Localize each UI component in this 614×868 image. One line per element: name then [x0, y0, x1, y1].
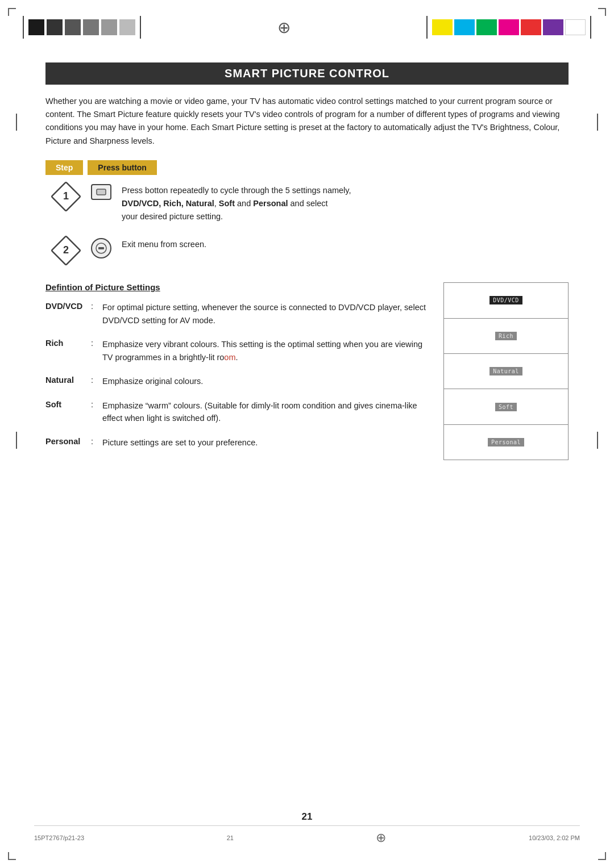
- left-side-line-2: [140, 16, 141, 39]
- steps-section: Step Press button 1 Press botton repeate…: [45, 160, 569, 266]
- def-desc-personal: Picture settings are set to your prefere…: [102, 436, 432, 449]
- def-desc-dvd: For optimal picture setting, whenever th…: [102, 301, 432, 327]
- def-item-personal: Personal : Picture settings are set to y…: [45, 436, 432, 449]
- corner-mark-tl: [8, 8, 16, 16]
- color-bar-white: [565, 19, 586, 35]
- page-title-text: Smart Picture Control: [225, 67, 389, 80]
- menu-item-dvd: DVD/VCD: [444, 283, 568, 318]
- color-bar-green: [476, 19, 497, 35]
- color-bar-red: [521, 19, 541, 35]
- menu-tag-personal: Personal: [488, 438, 524, 446]
- footer-crosshair: ⊕: [376, 831, 386, 845]
- def-colon-rich: :: [91, 338, 102, 348]
- def-term-rich: Rich: [45, 338, 91, 348]
- menu-item-natural: Natural: [444, 354, 568, 389]
- main-content: Smart Picture Control Whether you are wa…: [45, 62, 569, 460]
- def-item-natural: Natural : Emphasize original colours.: [45, 375, 432, 387]
- black-bar-4: [83, 19, 99, 35]
- color-bar-purple: [543, 19, 563, 35]
- def-term-natural: Natural: [45, 375, 91, 385]
- menu-item-rich: Rich: [444, 319, 568, 354]
- footer-right: 10/23/03, 2:02 PM: [529, 834, 580, 841]
- corner-mark-tr: [598, 8, 606, 16]
- step-header-label: Step: [45, 160, 83, 175]
- footer-left: 15PT2767/p21-23: [34, 834, 84, 841]
- color-bars-right: [432, 19, 586, 35]
- step-1-diamond: 1: [51, 182, 81, 211]
- step-1-text: Press botton repeatedly to cycle through…: [122, 182, 351, 224]
- def-term-soft: Soft: [45, 399, 91, 409]
- definitions-left: Defintion of Picture Settings DVD/VCD : …: [45, 282, 443, 460]
- top-bar: ⊕: [0, 16, 614, 39]
- def-desc-soft: Emphasize “warm” colours. (Suitable for …: [102, 399, 432, 425]
- corner-mark-bl: [8, 852, 16, 860]
- left-reg-mark-1: [16, 114, 17, 131]
- step-2-button-icon: [91, 238, 111, 258]
- left-reg-mark-2: [16, 432, 17, 449]
- footer-center: 21: [227, 834, 234, 841]
- color-bar-cyan: [454, 19, 475, 35]
- black-bar-5: [101, 19, 117, 35]
- right-reg-mark-2: [597, 432, 598, 449]
- right-side-line: [426, 16, 428, 39]
- step-1-button-icon: [91, 184, 111, 200]
- def-desc-natural: Emphasize original colours.: [102, 375, 432, 387]
- color-bar-yellow: [432, 19, 453, 35]
- svg-rect-2: [97, 189, 106, 195]
- press-button-header-label: Press button: [88, 160, 157, 175]
- page-number: 21: [302, 811, 313, 823]
- menu-tag-soft: Soft: [495, 403, 517, 411]
- svg-text:2: 2: [63, 244, 69, 256]
- corner-mark-br: [598, 852, 606, 860]
- left-side-line: [23, 16, 24, 39]
- menu-tag-dvd: DVD/VCD: [489, 296, 522, 304]
- definitions-section: Defintion of Picture Settings DVD/VCD : …: [45, 282, 569, 460]
- def-term-personal: Personal: [45, 436, 91, 446]
- menu-tag-rich: Rich: [495, 332, 517, 340]
- top-right-section: [426, 16, 591, 39]
- intro-paragraph: Whether you are watching a movie or vide…: [45, 95, 569, 148]
- black-bar-1: [28, 19, 44, 35]
- center-crosshair: ⊕: [272, 18, 295, 37]
- def-colon-personal: :: [91, 436, 102, 446]
- footer: 15PT2767/p21-23 21 ⊕ 10/23/03, 2:02 PM: [34, 825, 580, 845]
- step-1-icon: [91, 184, 111, 200]
- right-side-line-2: [590, 16, 591, 39]
- menu-panel: DVD/VCD Rich Natural Soft Personal: [443, 282, 569, 460]
- menu-tag-natural: Natural: [489, 367, 522, 375]
- step-2-row: 2 Exit menu from screen.: [45, 236, 569, 265]
- svg-text:1: 1: [63, 190, 69, 202]
- menu-item-personal: Personal: [444, 425, 568, 460]
- def-item-dvd: DVD/VCD : For optimal picture setting, w…: [45, 301, 432, 327]
- definitions-title: Defintion of Picture Settings: [45, 282, 432, 292]
- step-2-text: Exit menu from screen.: [122, 236, 206, 251]
- top-left-section: [23, 16, 141, 39]
- page-title: Smart Picture Control: [45, 62, 569, 85]
- step-1-row: 1 Press botton repeatedly to cycle throu…: [45, 182, 569, 224]
- black-bar-6: [119, 19, 135, 35]
- black-bar-2: [47, 19, 63, 35]
- black-bar-3: [65, 19, 81, 35]
- def-term-dvd: DVD/VCD: [45, 301, 91, 311]
- def-item-soft: Soft : Emphasize “warm” colours. (Suitab…: [45, 399, 432, 425]
- steps-header: Step Press button: [45, 160, 569, 175]
- color-bar-magenta: [499, 19, 519, 35]
- def-desc-rich: Emphasize very vibrant colours. This set…: [102, 338, 432, 364]
- black-bars-left: [28, 19, 135, 35]
- right-reg-mark-1: [597, 114, 598, 131]
- step-2-diamond: 2: [51, 236, 81, 265]
- def-item-rich: Rich : Emphasize very vibrant colours. T…: [45, 338, 432, 364]
- step-2-icon: [91, 238, 111, 258]
- def-colon-natural: :: [91, 375, 102, 385]
- svg-rect-6: [98, 247, 104, 249]
- def-colon-dvd: :: [91, 301, 102, 311]
- menu-item-soft: Soft: [444, 389, 568, 424]
- def-colon-soft: :: [91, 399, 102, 409]
